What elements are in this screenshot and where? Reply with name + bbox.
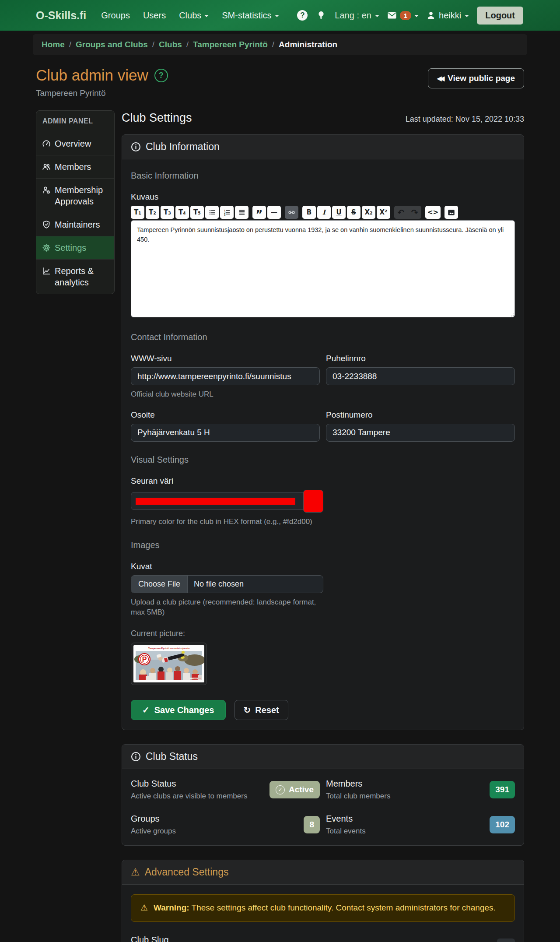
members-count-badge: 391 [490, 781, 515, 798]
breadcrumb-current: Administration [279, 40, 337, 49]
club-color-swatch[interactable] [303, 490, 323, 513]
check-icon: ✓ [142, 705, 150, 715]
underline-button[interactable]: U [332, 206, 346, 219]
club-color-label: Seuran väri [131, 476, 515, 486]
justify-icon [238, 209, 245, 216]
club-color-picker [131, 490, 323, 513]
link-button[interactable] [285, 206, 298, 219]
sidebar-item-maintainers[interactable]: Maintainers [36, 213, 114, 236]
superscript-button[interactable]: X² [377, 206, 390, 219]
sidebar-item-members[interactable]: Members [36, 155, 114, 179]
help-icon[interactable]: ? [297, 10, 308, 21]
gear-icon [42, 243, 51, 252]
person-check-icon [42, 186, 51, 194]
club-color-input[interactable] [131, 492, 304, 510]
page-head: Club admin view ? Tampereen Pyrintö ◀◀ V… [0, 55, 560, 98]
club-slug-badge: tp [497, 938, 515, 942]
choose-file-button[interactable]: Choose File [131, 576, 188, 593]
groups-count-badge: 8 [304, 816, 320, 833]
redo-button[interactable]: ↷ [408, 206, 421, 219]
blockquote-button[interactable]: ” [252, 206, 266, 219]
breadcrumb: Home / Groups and Clubs / Clubs / Tamper… [33, 34, 527, 55]
breadcrumb-wrap: Home / Groups and Clubs / Clubs / Tamper… [0, 31, 560, 55]
postal-input[interactable] [326, 424, 515, 442]
reset-icon: ↻ [244, 705, 251, 715]
svg-text:P: P [142, 656, 147, 663]
club-information-card: Club Information Basic Information Kuvau… [122, 134, 524, 730]
people-icon [42, 162, 51, 171]
save-changes-button[interactable]: ✓ Save Changes [131, 700, 226, 720]
image-icon [448, 209, 455, 216]
strikethrough-button[interactable]: S [347, 206, 360, 219]
code-button[interactable]: <> [425, 206, 441, 219]
unread-count-badge: 1 [400, 11, 411, 20]
website-field-group: WWW-sivu Official club website URL [131, 354, 320, 400]
info-icon [131, 752, 141, 762]
phone-input[interactable] [326, 367, 515, 385]
nav-item-groups[interactable]: Groups [101, 11, 130, 21]
user-menu[interactable]: heikki [427, 11, 469, 21]
nav-item-clubs[interactable]: Clubs [179, 11, 209, 21]
breadcrumb-home[interactable]: Home [42, 40, 65, 49]
info-icon [131, 142, 141, 152]
address-input[interactable] [131, 424, 320, 442]
insert-image-button[interactable] [444, 206, 458, 219]
heading1-button[interactable]: T₁ [131, 206, 144, 219]
bullet-list-button[interactable] [205, 206, 219, 219]
lightbulb-icon[interactable] [315, 10, 327, 21]
numbered-list-icon: 123 [224, 209, 231, 216]
nav-item-sm-statistics[interactable]: SM-statistics [222, 11, 279, 21]
justify-button[interactable] [235, 206, 248, 219]
heading4-button[interactable]: T₄ [175, 206, 189, 219]
messages-menu[interactable]: 1 [387, 11, 419, 20]
sidebar-item-settings[interactable]: Settings [36, 236, 114, 260]
sidebar-item-reports-analytics[interactable]: Reports & analytics [36, 260, 114, 294]
brand-logo[interactable]: O-Skills.fi [36, 9, 86, 22]
sidebar-header: ADMIN PANEL [36, 111, 114, 132]
numbered-list-button[interactable]: 123 [220, 206, 234, 219]
warning-alert: ⚠ Warning: These settings affect club fu… [131, 894, 515, 922]
file-upload-input[interactable]: Choose File No file chosen [131, 575, 323, 593]
sidebar-item-overview[interactable]: Overview [36, 132, 114, 155]
subscript-button[interactable]: X₂ [362, 206, 375, 219]
stat-events: Events Total events 102 [326, 814, 515, 836]
page-subtitle: Tampereen Pyrintö [36, 88, 168, 98]
heading2-button[interactable]: T₂ [146, 206, 159, 219]
warning-icon: ⚠ [140, 902, 148, 914]
page-help-icon[interactable]: ? [154, 69, 168, 82]
club-color-helper: Primary color for the club in HEX format… [131, 517, 332, 527]
italic-button[interactable]: I [317, 206, 331, 219]
check-circle-icon: ✓ [276, 785, 285, 794]
undo-button[interactable]: ↶ [394, 206, 408, 219]
bold-button[interactable]: B [302, 206, 316, 219]
view-public-page-button[interactable]: ◀◀ View public page [428, 68, 524, 88]
horizontal-rule-button[interactable]: — [267, 206, 281, 219]
heading3-button[interactable]: T₃ [161, 206, 174, 219]
club-status-header: Club Status [122, 745, 524, 769]
events-count-badge: 102 [490, 816, 515, 833]
nav-item-users[interactable]: Users [143, 11, 166, 21]
file-helper: Upload a club picture (recommended: land… [131, 597, 332, 618]
warning-icon: ⚠ [131, 866, 140, 878]
phone-field-group: Puhelinnro [326, 354, 515, 400]
last-updated: Last updated: Nov 15, 2022 10:33 [406, 115, 524, 124]
page: O-Skills.fi Groups Users Clubs SM-statis… [0, 0, 560, 942]
postal-field-group: Postinumero [326, 410, 515, 442]
club-photo: Tampereen Pyrintö suunnistusjaosto [133, 645, 204, 682]
admin-sidebar: ADMIN PANEL Overview Members Membership … [36, 110, 115, 294]
reset-button[interactable]: ↻ Reset [234, 700, 288, 720]
logout-button[interactable]: Logout [477, 7, 523, 25]
layout: ADMIN PANEL Overview Members Membership … [0, 98, 560, 942]
main-content: Club Settings Last updated: Nov 15, 2022… [122, 110, 524, 942]
website-input[interactable] [131, 367, 320, 385]
page-title: Club admin view [36, 67, 148, 84]
breadcrumb-clubs[interactable]: Clubs [159, 40, 182, 49]
heading5-button[interactable]: T₅ [190, 206, 204, 219]
description-textarea[interactable]: Tampereen Pyrinnön suunnistusjaosto on p… [131, 220, 515, 317]
breadcrumb-club[interactable]: Tampereen Pyrintö [193, 40, 268, 49]
sidebar-item-membership-approvals[interactable]: Membership Approvals [36, 179, 114, 213]
section-basic-information: Basic Information [131, 171, 515, 181]
breadcrumb-groups-and-clubs[interactable]: Groups and Clubs [76, 40, 148, 49]
language-selector[interactable]: Lang : en [335, 11, 379, 21]
club-status-card: Club Status Club Status Active clubs are… [122, 744, 524, 846]
